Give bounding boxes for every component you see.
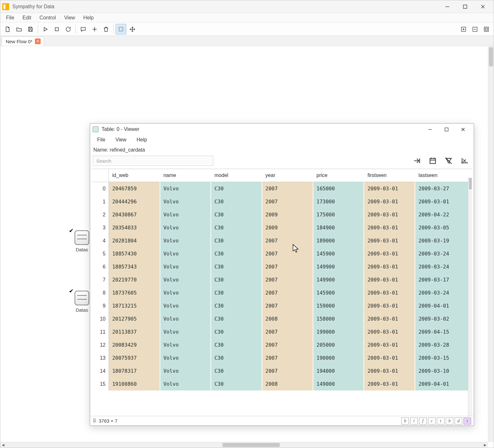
cell[interactable]: 2007 <box>262 260 313 273</box>
cell[interactable]: 2009-04-01 <box>415 299 472 312</box>
table-row[interactable]: 618857343VolvoC3020071499002009-03-01200… <box>91 260 472 273</box>
scroll-right-icon[interactable]: ► <box>482 442 488 448</box>
cell[interactable]: 2009-03-24 <box>415 247 472 260</box>
cell[interactable]: 2007 <box>262 364 313 377</box>
cell[interactable]: C30 <box>211 260 262 273</box>
cell[interactable]: 173000 <box>313 195 364 208</box>
zoom-in-icon[interactable] <box>458 24 469 35</box>
cell[interactable]: Volvo <box>160 364 211 377</box>
table-row[interactable]: 1519100860VolvoC3020081490002009-03-0120… <box>91 377 472 390</box>
cell[interactable]: 2007 <box>262 338 313 351</box>
row-index[interactable]: 1 <box>91 195 109 208</box>
cell[interactable]: 2007 <box>262 299 313 312</box>
cell[interactable]: 2009-03-01 <box>364 338 415 351</box>
table-row[interactable]: 918713215VolvoC3020071590002009-03-01200… <box>91 299 472 312</box>
row-index[interactable]: 2 <box>91 208 109 221</box>
cell[interactable]: 18078317 <box>109 364 160 377</box>
cell[interactable]: Volvo <box>160 208 211 221</box>
cell[interactable]: Volvo <box>160 234 211 247</box>
cell[interactable]: 20281804 <box>109 234 160 247</box>
flow-tab[interactable]: New Flow 0* ✕ <box>2 37 44 46</box>
cell[interactable]: C30 <box>211 338 262 351</box>
cell[interactable]: 2009-03-15 <box>415 351 472 364</box>
menu-view[interactable]: View <box>60 14 79 22</box>
cell[interactable]: 2008 <box>262 312 313 325</box>
cell[interactable]: C30 <box>211 299 262 312</box>
cell[interactable]: 2009-03-01 <box>364 260 415 273</box>
cell[interactable]: 145900 <box>313 247 364 260</box>
dtype-badge[interactable]: t <box>464 417 471 424</box>
cell[interactable]: Volvo <box>160 273 211 286</box>
viewer-maximize-button[interactable] <box>438 124 455 135</box>
cell[interactable]: 2009-04-15 <box>415 325 472 338</box>
table-row[interactable]: 120444296VolvoC3020071730002009-03-01200… <box>91 195 472 208</box>
cell[interactable]: 149900 <box>313 273 364 286</box>
cell[interactable]: 2009-03-27 <box>415 182 472 195</box>
row-index[interactable]: 10 <box>91 312 109 325</box>
cell[interactable]: Volvo <box>160 351 211 364</box>
cell[interactable]: 2009-04-01 <box>415 377 472 390</box>
cell[interactable]: 2009-03-01 <box>364 299 415 312</box>
table-vertical-scrollbar[interactable] <box>468 177 472 416</box>
menu-edit[interactable]: Edit <box>19 14 35 22</box>
row-index[interactable]: 8 <box>91 286 109 299</box>
cell[interactable]: 2009-03-01 <box>364 286 415 299</box>
cell[interactable]: 2009-03-01 <box>364 377 415 390</box>
table-row[interactable]: 518857430VolvoC3020071459002009-03-01200… <box>91 247 472 260</box>
cell[interactable]: 145900 <box>313 286 364 299</box>
row-index[interactable]: 7 <box>91 273 109 286</box>
row-index[interactable]: 5 <box>91 247 109 260</box>
table-row[interactable]: 1020127905VolvoC3020081580002009-03-0120… <box>91 312 472 325</box>
cell[interactable]: 2009-03-10 <box>415 364 472 377</box>
cell[interactable]: 2009-03-17 <box>415 273 472 286</box>
col-header[interactable]: model <box>211 169 262 182</box>
pan-tool-icon[interactable] <box>127 24 138 35</box>
col-header[interactable]: lastseen <box>415 169 472 182</box>
dtype-badge[interactable]: i <box>410 417 418 424</box>
cell[interactable]: Volvo <box>160 182 211 195</box>
cell[interactable]: C30 <box>211 377 262 390</box>
cell[interactable]: 18713215 <box>109 299 160 312</box>
cell[interactable]: 199000 <box>313 325 364 338</box>
cell[interactable]: 2009-04-22 <box>415 208 472 221</box>
cell[interactable]: 2009-03-05 <box>415 221 472 234</box>
cell[interactable]: Volvo <box>160 325 211 338</box>
cell[interactable]: 159000 <box>313 299 364 312</box>
cell[interactable]: Volvo <box>160 221 211 234</box>
cell[interactable]: 165000 <box>313 182 364 195</box>
cell[interactable]: 20219770 <box>109 273 160 286</box>
col-header[interactable]: year <box>262 169 313 182</box>
search-input[interactable]: Search <box>93 156 213 166</box>
cell[interactable]: 205000 <box>313 338 364 351</box>
menu-file[interactable]: File <box>2 14 18 22</box>
cell[interactable]: 20467859 <box>109 182 160 195</box>
dtype-badge[interactable]: b <box>446 417 453 424</box>
cell[interactable]: 2009-03-01 <box>364 195 415 208</box>
cell[interactable]: 158000 <box>313 312 364 325</box>
cell[interactable]: 2008 <box>262 377 313 390</box>
cell[interactable]: 2007 <box>262 247 313 260</box>
col-header[interactable]: price <box>313 169 364 182</box>
row-index[interactable]: 11 <box>91 325 109 338</box>
row-index[interactable]: 0 <box>91 182 109 195</box>
scrollbar-thumb[interactable] <box>223 443 280 447</box>
row-index[interactable]: 13 <box>91 351 109 364</box>
col-header[interactable]: firstseen <box>364 169 415 182</box>
cell[interactable]: 20075937 <box>109 351 160 364</box>
table-row[interactable]: 720219770VolvoC3020071499002009-03-01200… <box>91 273 472 286</box>
cell[interactable]: C30 <box>211 247 262 260</box>
app-titlebar[interactable]: Sympathy for Data <box>0 0 494 13</box>
cell[interactable]: 20444296 <box>109 195 160 208</box>
viewer-menu-help[interactable]: Help <box>132 136 151 144</box>
cell[interactable]: C30 <box>211 234 262 247</box>
cell[interactable]: C30 <box>211 221 262 234</box>
cell[interactable]: 2009 <box>262 221 313 234</box>
menu-control[interactable]: Control <box>36 14 60 22</box>
save-icon[interactable] <box>25 24 36 35</box>
comment-icon[interactable] <box>78 24 89 35</box>
cell[interactable]: 2009-03-01 <box>415 195 472 208</box>
cell[interactable]: 2007 <box>262 325 313 338</box>
cell[interactable]: 19100860 <box>109 377 160 390</box>
clear-filter-icon[interactable] <box>442 155 455 167</box>
cell[interactable]: Volvo <box>160 338 211 351</box>
